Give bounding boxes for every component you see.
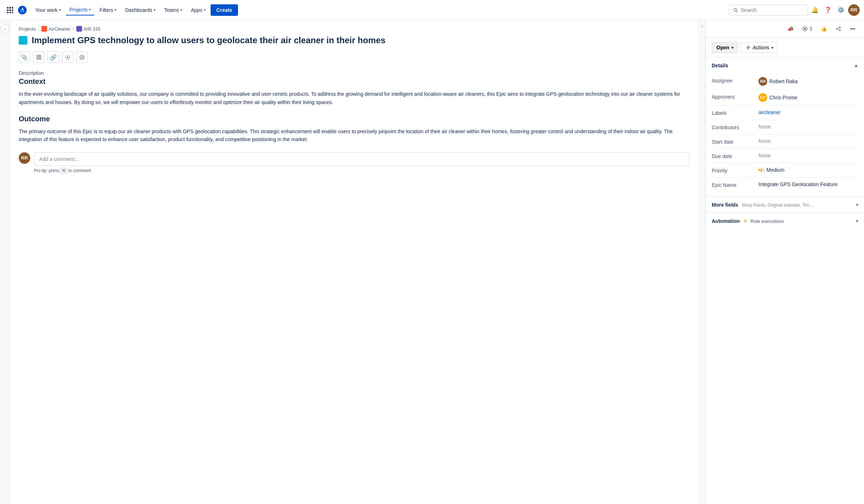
svg-point-23: [840, 30, 841, 31]
create-button[interactable]: Create: [211, 4, 238, 16]
more-fields-section[interactable]: More fields Story Points, Original estim…: [706, 197, 864, 213]
watch-button[interactable]: 3: [799, 24, 815, 33]
jira-logo[interactable]: [17, 5, 27, 15]
svg-rect-13: [37, 58, 39, 59]
create-subtask-button[interactable]: [62, 51, 73, 63]
contributors-label: Contributors: [712, 124, 759, 130]
svg-rect-12: [39, 55, 41, 57]
priority-label: Priority: [712, 167, 759, 174]
svg-rect-7: [9, 12, 11, 13]
comment-area: RR Add a comment...: [19, 152, 690, 166]
start-date-row: Start date None: [712, 135, 858, 149]
outcome-heading: Outcome: [19, 115, 690, 123]
svg-line-10: [737, 11, 738, 12]
outcome-text: The primary outcome of this Epic is to e…: [19, 127, 690, 144]
megaphone-icon[interactable]: 📣: [784, 24, 796, 33]
pro-tip-key: M: [60, 168, 67, 174]
help-icon[interactable]: ❓: [822, 4, 834, 16]
svg-point-22: [837, 28, 838, 30]
grid-icon[interactable]: [4, 4, 16, 16]
attach-button[interactable]: 📎: [19, 51, 30, 63]
status-chevron: ▾: [732, 46, 733, 50]
due-date-label: Due date: [712, 153, 759, 159]
toggle-sidebar-button[interactable]: ›: [1, 24, 9, 33]
svg-rect-2: [12, 7, 13, 9]
automation-lightning-icon: [743, 219, 748, 224]
panel-collapse-toggle[interactable]: ‹: [698, 20, 706, 504]
svg-rect-8: [12, 12, 13, 13]
start-date-value[interactable]: None: [759, 138, 858, 144]
automation-chevron: ▾: [856, 219, 858, 224]
notifications-icon[interactable]: 🔔: [809, 4, 821, 16]
search-box[interactable]: [729, 5, 808, 15]
priority-bars: [759, 168, 764, 172]
assignee-avatar: RR: [759, 77, 767, 86]
assignee-value[interactable]: RR Robert Raka: [759, 77, 858, 86]
description-label: Description: [19, 70, 690, 76]
details-chevron: ▲: [854, 63, 858, 68]
approvers-row: Approvers CP Chris Prome: [712, 90, 858, 106]
nav-apps[interactable]: Apps ▾: [187, 5, 209, 15]
avatar[interactable]: RR: [848, 4, 860, 16]
approvers-value[interactable]: CP Chris Prome: [759, 93, 858, 102]
actions-button[interactable]: Actions ▾: [741, 42, 778, 53]
svg-rect-4: [9, 9, 11, 11]
epic-name-row: Epic Name Integrate GPS Geolocation Feat…: [712, 178, 858, 192]
breadcrumb-sep-2: /: [73, 26, 74, 32]
link-button[interactable]: 🔗: [48, 51, 59, 63]
approver-avatar: CP: [759, 93, 767, 102]
svg-point-16: [67, 57, 68, 58]
issue-title: Implement GPS technology to allow users …: [32, 35, 386, 46]
top-navigation: Your work ▾ Projects ▾ Filters ▾ Dashboa…: [0, 0, 864, 20]
nav-your-work[interactable]: Your work ▾: [32, 5, 64, 15]
comment-input[interactable]: Add a comment...: [34, 152, 690, 166]
nav-projects[interactable]: Projects ▾: [66, 5, 95, 15]
due-date-value[interactable]: None: [759, 153, 858, 158]
labels-row: Labels aircleaner: [712, 106, 858, 120]
issue-type-icon-bc: [76, 26, 82, 32]
labels-label: Labels: [712, 109, 759, 116]
labels-value[interactable]: aircleaner: [759, 109, 858, 115]
settings-icon[interactable]: ⚙️: [835, 4, 847, 16]
teams-chevron: ▾: [180, 8, 182, 12]
contributors-row: Contributors None: [712, 120, 858, 135]
start-date-label: Start date: [712, 138, 759, 145]
contributors-value[interactable]: None: [759, 124, 858, 130]
priority-value[interactable]: Medium: [759, 167, 858, 173]
thumbs-up-button[interactable]: 👍: [818, 24, 830, 33]
issue-type-icon: [19, 36, 27, 45]
child-issues-button[interactable]: [33, 51, 45, 63]
issue-action-bar: 📎 🔗: [19, 51, 690, 63]
your-work-chevron: ▾: [59, 8, 61, 12]
svg-rect-1: [9, 7, 11, 9]
more-options-button[interactable]: •••: [847, 24, 858, 33]
more-fields-chevron: ▾: [856, 202, 858, 207]
details-header[interactable]: Details ▲: [706, 58, 864, 73]
svg-point-21: [840, 27, 841, 28]
assignee-label: Assignee: [712, 77, 759, 84]
aircleaner-icon: [41, 26, 47, 32]
automation-section[interactable]: Automation Rule executions ▾: [706, 213, 864, 229]
breadcrumb-projects[interactable]: Projects: [19, 26, 36, 32]
svg-line-25: [838, 29, 840, 30]
left-sidebar-toggle: ›: [0, 20, 10, 504]
context-heading: Context: [19, 77, 690, 86]
svg-rect-6: [7, 12, 9, 13]
approvers-label: Approvers: [712, 93, 759, 100]
search-input[interactable]: [741, 7, 803, 13]
svg-rect-5: [12, 9, 13, 11]
nav-filters[interactable]: Filters ▾: [96, 5, 120, 15]
automation-rule-label: Rule executions: [751, 219, 784, 224]
epic-name-value[interactable]: Integrate GPS Geolocation Feature: [759, 181, 858, 187]
share-button[interactable]: [833, 24, 844, 33]
nav-teams[interactable]: Teams ▾: [161, 5, 186, 15]
breadcrumb-project-name[interactable]: AirCleaner: [49, 26, 71, 32]
svg-point-20: [804, 28, 806, 30]
svg-rect-11: [37, 55, 39, 57]
target-button[interactable]: [76, 51, 88, 63]
assignee-row: Assignee RR Robert Raka: [712, 73, 858, 90]
nav-dashboards[interactable]: Dashboards ▾: [121, 5, 159, 15]
breadcrumb-issue-id[interactable]: AIR-155: [84, 26, 101, 32]
apps-chevron: ▾: [204, 8, 206, 12]
status-button[interactable]: Open ▾: [712, 42, 738, 53]
